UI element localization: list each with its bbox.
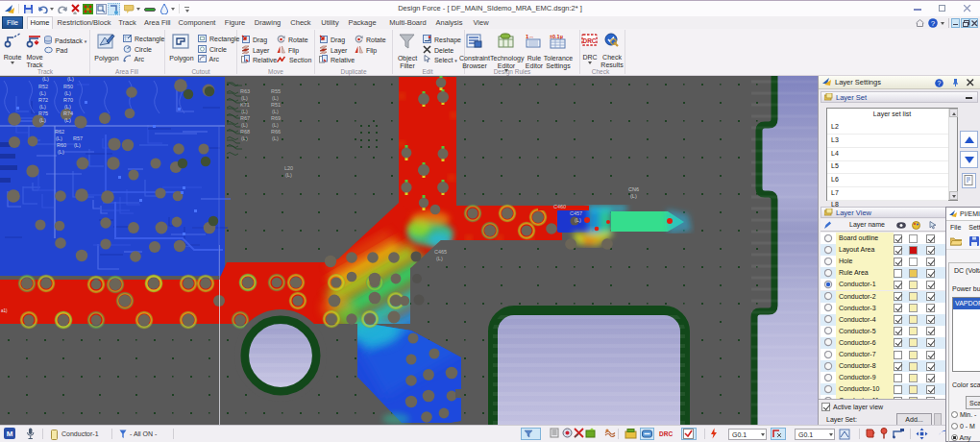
- svg-text:(L): (L): [58, 149, 64, 155]
- svg-text:(L): (L): [272, 135, 279, 141]
- svg-text:(L): (L): [67, 76, 74, 82]
- svg-text:(L): (L): [56, 135, 62, 141]
- svg-text:R52: R52: [38, 84, 48, 89]
- svg-text:(L): (L): [575, 217, 581, 223]
- svg-text:R57: R57: [73, 135, 83, 141]
- svg-text:(L): (L): [241, 122, 248, 128]
- svg-text:(L): (L): [39, 104, 46, 110]
- svg-text:(L): (L): [42, 76, 49, 82]
- svg-text:L20: L20: [284, 165, 293, 171]
- svg-text:C460: C460: [553, 204, 566, 209]
- svg-text:(L): (L): [241, 95, 248, 101]
- svg-text:(L): (L): [39, 117, 46, 123]
- svg-text:(L): (L): [436, 256, 443, 261]
- svg-text:a1): a1): [1, 308, 8, 313]
- svg-text:R62: R62: [55, 129, 64, 135]
- svg-text:(L): (L): [272, 95, 279, 101]
- svg-text:(L): (L): [74, 142, 81, 148]
- svg-text:M: M: [7, 430, 13, 438]
- svg-text:(L): (L): [64, 104, 71, 110]
- svg-text:(L): (L): [64, 117, 71, 123]
- svg-text:DRC: DRC: [582, 37, 596, 44]
- svg-text:±0.1µ: ±0.1µ: [550, 34, 563, 39]
- svg-text:R72: R72: [38, 97, 48, 103]
- svg-text:R60: R60: [57, 142, 66, 148]
- svg-text:C465: C465: [434, 249, 447, 255]
- svg-text:(L): (L): [285, 172, 292, 178]
- svg-text:CN6: CN6: [628, 186, 639, 192]
- svg-text:(L): (L): [272, 109, 279, 114]
- svg-text:1↔: 1↔: [526, 34, 534, 39]
- svg-text:R63: R63: [240, 88, 250, 94]
- svg-text:R70: R70: [63, 97, 73, 103]
- svg-text:(L): (L): [241, 109, 248, 114]
- svg-text:R50: R50: [63, 84, 73, 89]
- svg-text:R69: R69: [271, 115, 281, 121]
- svg-text:(L): (L): [64, 90, 71, 96]
- svg-text:?: ?: [931, 19, 936, 28]
- svg-text:R67: R67: [240, 115, 250, 121]
- svg-text:(L): (L): [39, 90, 46, 96]
- svg-text:(L): (L): [272, 122, 279, 128]
- svg-text:R68: R68: [240, 129, 250, 135]
- svg-text:R75: R75: [38, 110, 48, 116]
- svg-text:(L): (L): [630, 193, 637, 199]
- svg-text:?: ?: [938, 80, 942, 86]
- svg-text:R74: R74: [63, 110, 73, 116]
- svg-text:(L): (L): [241, 135, 248, 141]
- svg-text:R66: R66: [271, 129, 281, 135]
- svg-text:C457: C457: [570, 210, 582, 216]
- svg-text:K71: K71: [240, 102, 250, 108]
- svg-text:R55: R55: [271, 88, 281, 94]
- svg-text:R51: R51: [271, 102, 281, 108]
